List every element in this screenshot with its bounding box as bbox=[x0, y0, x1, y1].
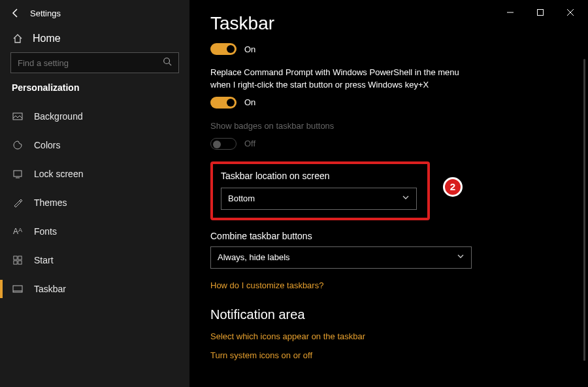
svg-rect-8 bbox=[18, 261, 22, 264]
sidebar-item-start[interactable]: Start bbox=[0, 246, 189, 275]
sidebar-item-label: Background bbox=[34, 111, 83, 122]
toggle-badges bbox=[210, 138, 237, 150]
toggle-first[interactable] bbox=[210, 43, 237, 55]
svg-rect-3 bbox=[14, 171, 22, 177]
palette-icon bbox=[12, 140, 24, 150]
back-button[interactable] bbox=[5, 3, 26, 24]
maximize-button[interactable] bbox=[525, 3, 555, 22]
sidebar-item-fonts[interactable]: AA Fonts bbox=[0, 217, 189, 246]
svg-rect-5 bbox=[14, 256, 17, 260]
scrollbar[interactable] bbox=[583, 59, 585, 361]
window-title: Settings bbox=[30, 8, 61, 18]
notif-link-system-icons[interactable]: Turn system icons on or off bbox=[210, 350, 523, 360]
themes-icon bbox=[12, 197, 24, 208]
fonts-icon: AA bbox=[12, 227, 24, 236]
taskbar-location-value: Bottom bbox=[228, 194, 255, 203]
svg-rect-2 bbox=[13, 113, 22, 120]
home-icon bbox=[12, 33, 24, 44]
combine-value: Always, hide labels bbox=[218, 252, 290, 262]
sidebar-item-label: Start bbox=[34, 255, 54, 265]
powershell-desc: Replace Command Prompt with Windows Powe… bbox=[210, 67, 472, 92]
svg-line-1 bbox=[169, 63, 172, 66]
sidebar-section-title: Personalization bbox=[0, 82, 189, 102]
start-icon bbox=[12, 256, 24, 265]
notification-area-heading: Notification area bbox=[210, 307, 523, 322]
help-link[interactable]: How do I customize taskbars? bbox=[210, 280, 523, 290]
combine-select[interactable]: Always, hide labels bbox=[210, 246, 472, 269]
sidebar-item-colors[interactable]: Colors bbox=[0, 131, 189, 160]
svg-rect-12 bbox=[538, 10, 544, 16]
lockscreen-icon bbox=[12, 169, 24, 179]
sidebar-item-label: Colors bbox=[34, 140, 60, 150]
search-input-wrap[interactable] bbox=[10, 52, 179, 73]
taskbar-location-label: Taskbar location on screen bbox=[221, 171, 419, 181]
toggle-powershell-state: On bbox=[244, 97, 255, 107]
page-title: Taskbar bbox=[210, 13, 523, 34]
sidebar-item-label: Themes bbox=[34, 197, 67, 208]
sidebar-item-themes[interactable]: Themes bbox=[0, 188, 189, 217]
chevron-down-icon bbox=[402, 194, 410, 203]
toggle-powershell[interactable] bbox=[210, 97, 237, 109]
notif-link-icons[interactable]: Select which icons appear on the taskbar bbox=[210, 331, 523, 341]
badges-label: Show badges on taskbar buttons bbox=[210, 120, 472, 133]
chevron-down-icon bbox=[457, 252, 465, 262]
sidebar-item-lockscreen[interactable]: Lock screen bbox=[0, 160, 189, 188]
sidebar-item-label: Lock screen bbox=[34, 169, 83, 179]
sidebar-home[interactable]: Home bbox=[0, 26, 189, 52]
sidebar-item-label: Fonts bbox=[34, 226, 57, 237]
annotation-badge: 2 bbox=[443, 177, 463, 197]
sidebar-home-label: Home bbox=[33, 33, 61, 44]
toggle-first-state: On bbox=[244, 44, 255, 54]
svg-rect-7 bbox=[14, 261, 17, 264]
svg-point-0 bbox=[164, 58, 170, 64]
picture-icon bbox=[12, 111, 24, 122]
taskbar-icon bbox=[12, 284, 24, 294]
search-input[interactable] bbox=[18, 58, 163, 68]
minimize-button[interactable] bbox=[495, 3, 525, 22]
sidebar-item-taskbar[interactable]: Taskbar bbox=[0, 275, 189, 303]
combine-label: Combine taskbar buttons bbox=[210, 231, 472, 241]
svg-rect-6 bbox=[18, 256, 22, 260]
close-button[interactable] bbox=[555, 3, 585, 22]
sidebar-item-label: Taskbar bbox=[34, 284, 66, 294]
search-icon bbox=[163, 57, 172, 69]
sidebar-item-background[interactable]: Background bbox=[0, 102, 189, 131]
toggle-badges-state: Off bbox=[244, 139, 255, 148]
taskbar-location-select[interactable]: Bottom bbox=[221, 188, 417, 210]
annotation-highlight: Taskbar location on screen Bottom bbox=[210, 161, 430, 220]
